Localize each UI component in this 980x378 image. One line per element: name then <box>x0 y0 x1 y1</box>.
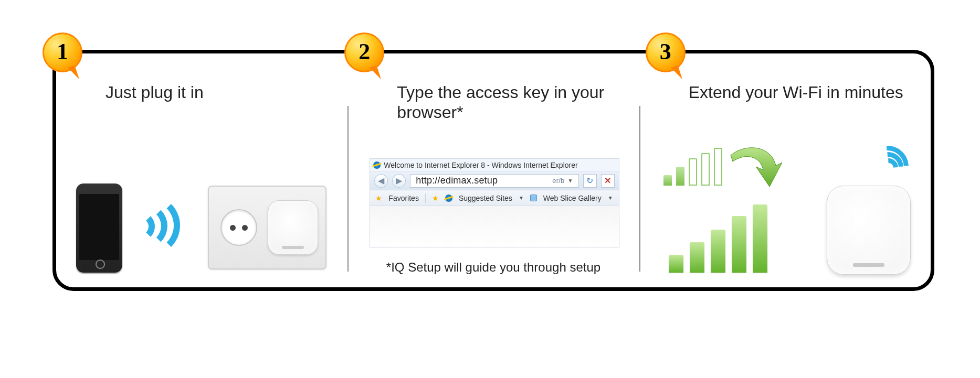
browser-titlebar: Welcome to Internet Explorer 8 - Windows… <box>370 159 618 171</box>
url-input[interactable]: http://edimax.setup er/b ▼ <box>410 174 578 188</box>
step-panel-2: 2 Type the access key in your browser* W… <box>347 53 639 287</box>
weak-signal-icon <box>663 148 722 186</box>
chevron-down-icon[interactable]: ▼ <box>519 195 524 201</box>
chevron-down-icon[interactable]: ▼ <box>608 195 613 201</box>
star-icon: ★ <box>432 194 439 202</box>
nav-back-button[interactable]: ◀ <box>374 174 388 188</box>
browser-address-bar: ◀ ▶ http://edimax.setup er/b ▼ ↻ ✕ <box>370 171 618 190</box>
stop-button[interactable]: ✕ <box>601 174 615 188</box>
step-title-3: Extend your Wi-Fi in minutes <box>689 82 912 102</box>
strong-signal-icon <box>669 204 767 273</box>
refresh-button[interactable]: ↻ <box>583 174 597 188</box>
step-number: 2 <box>359 38 370 65</box>
wall-outlet-icon <box>208 186 326 269</box>
step-title-2: Type the access key in your browser* <box>397 82 620 123</box>
step1-illustration <box>71 173 337 273</box>
webslice-icon <box>530 195 537 201</box>
step2-footnote: *IQ Setup will guide you through setup <box>347 260 639 275</box>
favorites-bar: ★ Favorites ★ Suggested Sites ▼ Web Slic… <box>370 190 618 206</box>
power-socket-icon <box>220 209 257 246</box>
step-panel-1: 1 Just plug it in <box>56 53 347 287</box>
step-bubble-2: 2 <box>344 33 384 72</box>
ie-icon <box>445 195 452 202</box>
webslice-link[interactable]: Web Slice Gallery <box>543 194 602 202</box>
arrow-down-icon <box>725 146 783 191</box>
star-icon: ★ <box>375 194 382 202</box>
step-bubble-1: 1 <box>43 33 82 72</box>
step-number: 1 <box>57 38 68 65</box>
step3-illustration <box>659 148 916 275</box>
wifi-icon <box>133 199 183 252</box>
browser-window-title: Welcome to Internet Explorer 8 - Windows… <box>384 161 577 169</box>
step-number: 3 <box>660 38 671 65</box>
extender-device-icon <box>827 186 911 275</box>
step-title-1: Just plug it in <box>106 82 329 102</box>
suggested-sites-link[interactable]: Suggested Sites <box>459 194 512 202</box>
chevron-down-icon[interactable]: ▼ <box>568 178 573 183</box>
step-panel-3: 3 Extend your Wi-Fi in minutes <box>639 53 931 287</box>
url-text: http://edimax.setup <box>416 175 498 186</box>
wifi-icon <box>863 145 905 179</box>
browser-window: Welcome to Internet Explorer 8 - Windows… <box>370 158 619 247</box>
setup-steps-diagram: 1 Just plug it in 2 Type the access key … <box>52 50 934 291</box>
nav-forward-button[interactable]: ▶ <box>392 174 406 188</box>
ie-icon <box>373 161 381 169</box>
step-bubble-3: 3 <box>646 33 686 72</box>
url-suffix-area: er/b ▼ <box>552 177 573 185</box>
favorites-label[interactable]: Favorites <box>388 194 419 202</box>
smartphone-icon <box>76 183 122 273</box>
extender-plugged-icon <box>268 200 318 255</box>
